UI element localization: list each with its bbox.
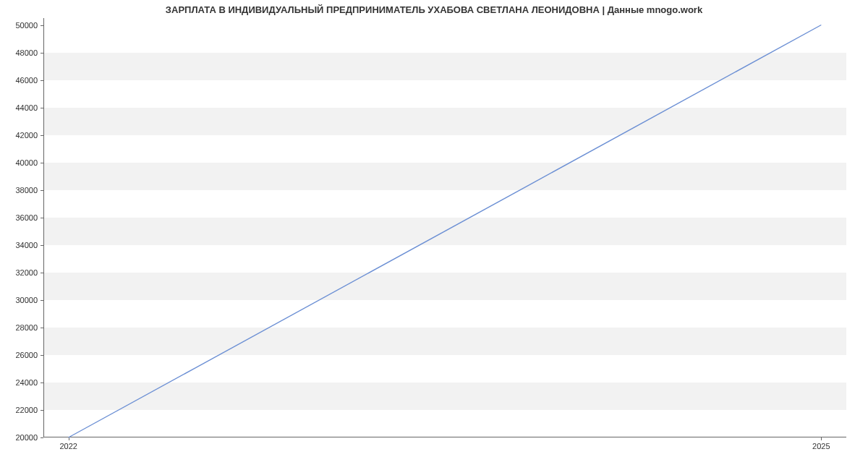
y-tick-label: 30000 xyxy=(15,296,38,304)
y-tick-label: 28000 xyxy=(15,323,38,332)
y-tick-label: 46000 xyxy=(15,76,38,85)
y-tick-label: 24000 xyxy=(15,378,38,387)
plot-area: 2000022000240002600028000300003200034000… xyxy=(43,18,846,437)
y-tick-label: 32000 xyxy=(15,268,38,277)
x-tick-mark xyxy=(821,437,822,440)
y-tick-mark xyxy=(41,437,43,438)
line-series xyxy=(43,18,846,437)
y-tick-label: 44000 xyxy=(15,103,38,112)
y-tick-label: 26000 xyxy=(15,351,38,359)
chart-container: ЗАРПЛАТА В ИНДИВИДУАЛЬНЫЙ ПРЕДПРИНИМАТЕЛ… xyxy=(0,0,868,470)
x-tick-label: 2025 xyxy=(812,442,830,450)
x-tick-mark xyxy=(69,437,69,440)
plot-inner: 2000022000240002600028000300003200034000… xyxy=(43,18,846,437)
chart-title: ЗАРПЛАТА В ИНДИВИДУАЛЬНЫЙ ПРЕДПРИНИМАТЕЛ… xyxy=(0,4,868,15)
y-tick-label: 48000 xyxy=(15,48,38,57)
y-tick-label: 34000 xyxy=(15,241,38,249)
data-line xyxy=(69,25,822,437)
y-tick-label: 40000 xyxy=(15,158,38,167)
y-tick-label: 38000 xyxy=(15,186,38,195)
y-tick-label: 42000 xyxy=(15,131,38,140)
y-tick-label: 50000 xyxy=(15,21,38,30)
x-tick-label: 2022 xyxy=(59,442,77,450)
y-tick-label: 22000 xyxy=(15,406,38,414)
y-tick-label: 20000 xyxy=(15,433,38,442)
y-tick-label: 36000 xyxy=(15,213,38,222)
